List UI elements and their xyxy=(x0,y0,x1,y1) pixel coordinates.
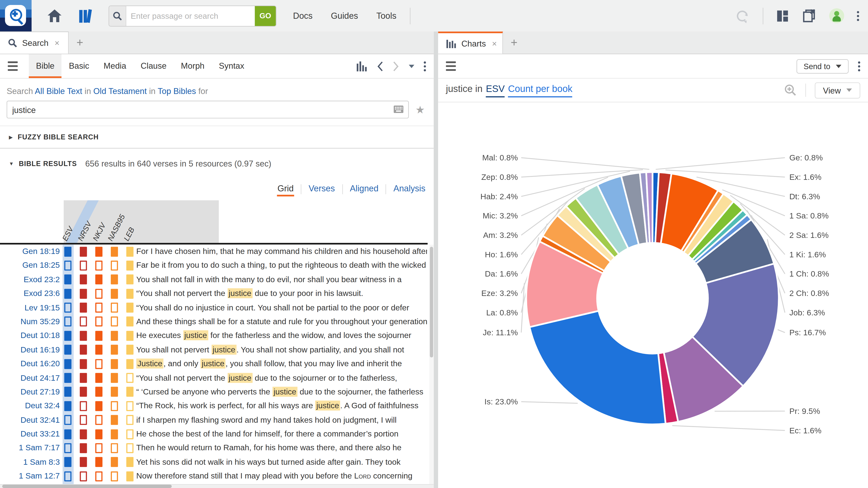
top-menu-docs[interactable]: Docs xyxy=(293,11,313,21)
version-cell[interactable] xyxy=(80,429,87,439)
bible-results-header[interactable]: ▼ BIBLE RESULTS 656 results in 640 verse… xyxy=(0,149,434,178)
table-row[interactable]: Deut 16:20Justice, and only justice, you… xyxy=(0,357,434,371)
view-tab-grid[interactable]: Grid xyxy=(277,182,294,196)
version-cell[interactable] xyxy=(95,303,102,313)
search-type-tab-bible[interactable]: Bible xyxy=(29,54,61,78)
version-cell[interactable] xyxy=(95,373,102,383)
version-cell[interactable] xyxy=(126,401,133,411)
horizontal-scrollbar-thumb[interactable] xyxy=(2,485,172,488)
version-cell[interactable] xyxy=(126,345,133,355)
search-type-tab-basic[interactable]: Basic xyxy=(62,54,96,78)
table-row[interactable]: Exod 23:2You shall not fall in with the … xyxy=(0,273,434,287)
version-cell[interactable] xyxy=(64,289,71,299)
verse-reference-link[interactable]: Exod 23:2 xyxy=(0,273,60,287)
version-cell[interactable] xyxy=(95,331,102,341)
version-cell[interactable] xyxy=(64,359,71,369)
criteria-link-top-bibles[interactable]: Top Bibles xyxy=(158,86,198,96)
back-icon[interactable] xyxy=(377,61,383,72)
go-button[interactable]: GO xyxy=(255,6,276,26)
version-cell[interactable] xyxy=(64,274,71,285)
version-cell[interactable] xyxy=(64,429,71,439)
table-row[interactable]: Gen 18:25Far be it from you to do such a… xyxy=(0,259,434,273)
fuzzy-search-section[interactable]: ▶ FUZZY BIBLE SEARCH xyxy=(0,126,434,149)
version-cell[interactable] xyxy=(80,387,87,397)
verse-reference-link[interactable]: Lev 19:15 xyxy=(0,301,60,315)
layout-icon[interactable] xyxy=(776,9,789,22)
version-cell[interactable] xyxy=(64,401,71,411)
version-cell[interactable] xyxy=(64,345,71,355)
version-cell[interactable] xyxy=(64,373,71,383)
version-cell[interactable] xyxy=(80,317,87,327)
version-cell[interactable] xyxy=(95,247,102,256)
verse-reference-link[interactable]: 1 Sam 8:3 xyxy=(0,455,60,469)
verse-reference-link[interactable]: 1 Sam 12:7 xyxy=(0,469,60,483)
version-cell[interactable] xyxy=(111,429,118,439)
version-cell[interactable] xyxy=(111,373,118,383)
version-cell[interactable] xyxy=(111,401,118,411)
table-row[interactable]: Deut 27:19“ ‘Cursed be anyone who perver… xyxy=(0,385,434,399)
version-cell[interactable] xyxy=(95,289,102,299)
chart-results-icon[interactable] xyxy=(356,61,367,71)
criteria-link-old-testament[interactable]: Old Testament xyxy=(93,86,149,96)
table-row[interactable]: Deut 16:19You shall not pervert justice.… xyxy=(0,343,434,357)
verse-reference-link[interactable]: Deut 24:17 xyxy=(0,371,60,385)
version-cell[interactable] xyxy=(80,289,87,299)
version-cell[interactable] xyxy=(64,443,71,453)
version-cell[interactable] xyxy=(111,471,118,481)
version-cell[interactable] xyxy=(126,274,133,285)
home-button[interactable] xyxy=(47,9,62,23)
view-tab-verses[interactable]: Verses xyxy=(308,182,336,196)
verse-reference-link[interactable]: Exod 23:6 xyxy=(0,287,60,301)
version-cell[interactable] xyxy=(95,401,102,411)
version-cell[interactable] xyxy=(111,289,118,299)
app-logo[interactable] xyxy=(0,0,32,32)
criteria-link-all-bible-text[interactable]: All Bible Text xyxy=(35,86,85,96)
history-dropdown-icon[interactable] xyxy=(409,64,414,68)
table-row[interactable]: Deut 32:4“The Rock, his work is perfect,… xyxy=(0,399,434,413)
search-type-tab-media[interactable]: Media xyxy=(96,54,133,78)
version-cell[interactable] xyxy=(80,274,87,285)
version-cell[interactable] xyxy=(64,471,71,481)
table-row[interactable]: 1 Sam 8:3Yet his sons did not walk in hi… xyxy=(0,455,434,469)
search-type-tab-morph[interactable]: Morph xyxy=(174,54,212,78)
version-cell[interactable] xyxy=(126,331,133,341)
new-tab-button[interactable]: + xyxy=(503,32,525,54)
version-cell[interactable] xyxy=(111,247,118,256)
verse-reference-link[interactable]: Deut 10:18 xyxy=(0,329,60,343)
version-cell[interactable] xyxy=(126,303,133,313)
top-menu-tools[interactable]: Tools xyxy=(376,11,397,21)
zoom-in-icon[interactable] xyxy=(784,84,796,96)
library-button[interactable] xyxy=(78,8,93,24)
panel-kebab-icon[interactable] xyxy=(424,61,426,71)
version-cell[interactable] xyxy=(111,415,118,425)
version-cell[interactable] xyxy=(95,359,102,369)
view-tab-analysis[interactable]: Analysis xyxy=(393,182,426,196)
table-row[interactable]: Deut 33:21He chose the best of the land … xyxy=(0,427,434,441)
version-cell[interactable] xyxy=(95,443,102,453)
panel-menu-icon[interactable] xyxy=(446,61,456,71)
chart-type-dropdown[interactable]: Count per book xyxy=(508,84,572,97)
chart-version-dropdown[interactable]: ESV xyxy=(486,84,504,97)
verse-reference-link[interactable]: Deut 32:41 xyxy=(0,413,60,427)
verse-reference-link[interactable]: Gen 18:25 xyxy=(0,259,60,273)
version-cell[interactable] xyxy=(95,260,102,270)
version-cell[interactable] xyxy=(111,345,118,355)
verse-reference-link[interactable]: Deut 27:19 xyxy=(0,385,60,399)
forward-icon[interactable] xyxy=(393,61,399,72)
new-tab-button[interactable]: + xyxy=(69,32,91,54)
version-cell[interactable] xyxy=(80,331,87,341)
query-input[interactable] xyxy=(7,105,408,114)
version-cell[interactable] xyxy=(111,457,118,467)
version-cell[interactable] xyxy=(111,387,118,397)
table-row[interactable]: Lev 19:15“You shall do no injustice in c… xyxy=(0,301,434,315)
table-row[interactable]: Deut 32:41if I sharpen my flashing sword… xyxy=(0,413,434,427)
version-cell[interactable] xyxy=(95,387,102,397)
version-cell[interactable] xyxy=(111,260,118,270)
verse-reference-link[interactable]: Num 35:29 xyxy=(0,315,60,329)
table-row[interactable]: Deut 24:17“You shall not pervert the jus… xyxy=(0,371,434,385)
panel-menu-icon[interactable] xyxy=(8,61,18,71)
search-type-tab-syntax[interactable]: Syntax xyxy=(212,54,251,78)
version-cell[interactable] xyxy=(95,317,102,327)
close-all-panels-icon[interactable] xyxy=(802,8,816,23)
vertical-scrollbar[interactable] xyxy=(429,245,434,484)
